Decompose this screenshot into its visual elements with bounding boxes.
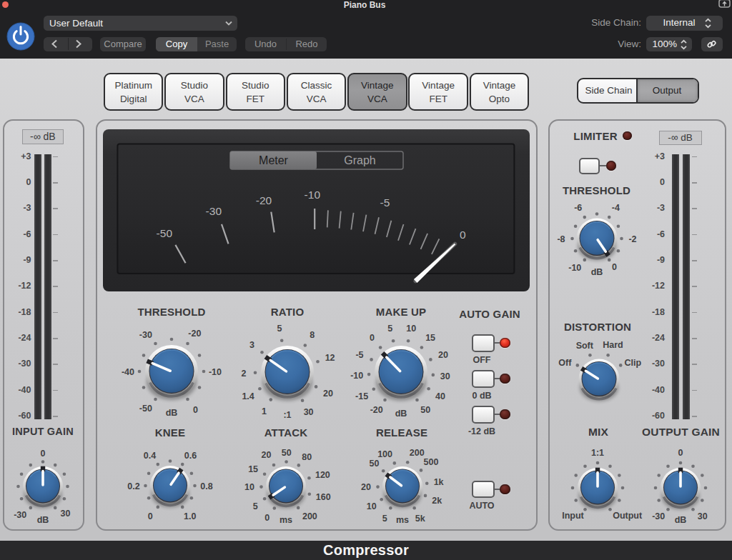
svg-text:0: 0 (264, 513, 269, 523)
svg-text:-10: -10 (569, 263, 582, 273)
svg-text:Soft: Soft (575, 340, 593, 350)
svg-text:-30: -30 (14, 509, 26, 519)
svg-text:ms: ms (396, 514, 409, 524)
svg-text:10: 10 (367, 501, 377, 511)
svg-text:20: 20 (361, 482, 371, 492)
svg-text:-30: -30 (205, 205, 222, 217)
svg-text:Graph: Graph (344, 154, 375, 166)
svg-text:-50: -50 (139, 404, 152, 414)
svg-text:-50: -50 (156, 227, 172, 239)
svg-text:-40: -40 (122, 367, 134, 377)
svg-text:-8: -8 (558, 234, 565, 244)
svg-text:10: 10 (244, 482, 254, 492)
svg-text:160: 160 (316, 491, 331, 501)
svg-text:Hard: Hard (603, 340, 623, 350)
svg-text:20: 20 (323, 388, 333, 398)
svg-text:1.0: 1.0 (184, 511, 196, 521)
svg-text:0: 0 (678, 447, 683, 457)
svg-text:ms: ms (280, 514, 292, 524)
svg-text:-5: -5 (380, 196, 390, 209)
svg-text:5: 5 (277, 323, 282, 333)
svg-text:200: 200 (410, 447, 425, 457)
svg-text:-30: -30 (139, 330, 152, 340)
svg-text::1: :1 (284, 409, 292, 419)
svg-text:0: 0 (193, 405, 198, 415)
svg-text:30: 30 (697, 511, 707, 521)
svg-text:-30: -30 (652, 511, 665, 521)
svg-text:80: 80 (302, 451, 312, 461)
svg-text:40: 40 (435, 391, 445, 401)
svg-text:12: 12 (325, 353, 335, 363)
svg-text:0.6: 0.6 (184, 451, 197, 461)
svg-text:dB: dB (674, 515, 686, 525)
svg-text:-10: -10 (351, 371, 364, 381)
svg-text:8: 8 (310, 330, 315, 340)
svg-text:5: 5 (388, 324, 393, 334)
svg-text:Meter: Meter (259, 154, 289, 166)
svg-text:-10: -10 (209, 367, 222, 377)
svg-text:-20: -20 (189, 329, 202, 339)
svg-text:2k: 2k (432, 496, 442, 506)
svg-text:15: 15 (426, 333, 436, 343)
svg-text:20: 20 (261, 450, 271, 460)
svg-text:30: 30 (304, 407, 314, 417)
svg-text:dB: dB (591, 266, 603, 276)
svg-text:-4: -4 (612, 202, 620, 212)
svg-text:1:1: 1:1 (590, 448, 603, 458)
svg-text:5: 5 (382, 514, 387, 524)
svg-text:dB: dB (166, 408, 178, 418)
svg-text:dB: dB (36, 514, 49, 524)
svg-text:dB: dB (395, 409, 407, 419)
svg-text:0.4: 0.4 (144, 451, 156, 461)
svg-text:100: 100 (377, 449, 392, 459)
svg-text:0: 0 (370, 334, 375, 344)
svg-text:1: 1 (262, 406, 267, 416)
svg-text:0: 0 (460, 229, 466, 241)
svg-text:1.4: 1.4 (242, 391, 254, 401)
svg-text:20: 20 (438, 350, 448, 360)
svg-text:Input: Input (562, 511, 584, 521)
svg-text:10: 10 (407, 324, 417, 334)
svg-text:500: 500 (423, 456, 438, 466)
svg-text:0.8: 0.8 (200, 481, 212, 491)
svg-text:200: 200 (302, 511, 317, 521)
svg-text:50: 50 (369, 459, 379, 469)
svg-text:-20: -20 (256, 194, 272, 206)
svg-text:120: 120 (315, 469, 330, 479)
svg-text:-10: -10 (304, 189, 320, 201)
svg-text:-15: -15 (355, 391, 368, 401)
svg-text:5k: 5k (415, 514, 425, 524)
svg-text:50: 50 (421, 406, 431, 416)
svg-text:50: 50 (282, 447, 292, 457)
svg-text:0: 0 (148, 511, 153, 521)
svg-text:15: 15 (248, 464, 258, 474)
svg-text:-6: -6 (574, 202, 582, 212)
svg-text:-20: -20 (370, 406, 383, 416)
svg-text:Clip: Clip (624, 357, 641, 367)
svg-text:3: 3 (249, 339, 254, 349)
svg-text:Off: Off (558, 358, 572, 368)
svg-text:0.2: 0.2 (127, 481, 139, 491)
svg-text:30: 30 (60, 509, 70, 519)
svg-text:0: 0 (612, 261, 617, 271)
svg-text:0: 0 (40, 449, 45, 459)
svg-text:30: 30 (440, 371, 450, 381)
svg-text:1k: 1k (433, 477, 443, 487)
svg-text:2: 2 (242, 368, 247, 378)
svg-text:5: 5 (253, 501, 258, 511)
svg-text:-5: -5 (356, 350, 364, 360)
